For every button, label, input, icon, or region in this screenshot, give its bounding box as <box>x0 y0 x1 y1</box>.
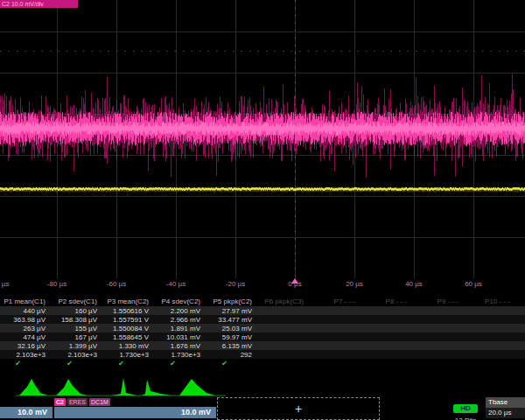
c2-coupling-badge: DC1M <box>89 398 110 406</box>
hd-mode-indicator[interactable]: HD 12 Bits <box>448 398 483 420</box>
measure-value-cell: 292 <box>206 351 258 359</box>
measure-column-header[interactable]: P7 - - - <box>310 298 361 305</box>
measure-value-cell: 440 µV <box>0 307 52 315</box>
measure-value-cell: 1.730e+3 <box>103 351 155 359</box>
measure-value-cell: 1.730e+3 <box>155 351 206 359</box>
channel-c1-descriptor[interactable]: C1 ERES DC1M 10.0 mV <box>0 396 52 419</box>
timebase-value: 20.0 µs <box>486 408 525 418</box>
measure-value-cell: 167 µV <box>52 333 103 341</box>
measure-value-cell: 263 µV <box>0 325 52 332</box>
measure-value-cell: 160 µV <box>52 307 103 315</box>
descriptor-bar: C1 ERES DC1M 10.0 mV C2 ERES DC1M 10.0 m… <box>0 396 525 420</box>
x-tick-label: -80 µs <box>47 280 66 288</box>
measure-value-cell: 32.16 µV <box>0 342 52 350</box>
P2-histogram[interactable] <box>56 379 88 396</box>
measure-value-cell: 1.330 mV <box>103 342 155 350</box>
measure-column-header[interactable]: P1 mean(C1) <box>0 298 52 305</box>
measure-value-cell: 158.308 µV <box>52 316 103 324</box>
measure-column-header[interactable]: P10 - - - <box>465 298 516 305</box>
measurement-table: P1 mean(C1)P2 sdev(C1)P3 mean(C2)P4 sdev… <box>0 297 525 368</box>
measure-value-cell: 1.399 µV <box>52 342 103 350</box>
measure-value-cell: 27.97 mV <box>206 307 258 315</box>
measure-value-cell: 1.558645 V <box>103 333 155 341</box>
timebase-title: Tbase <box>486 397 525 408</box>
timebase-descriptor[interactable]: Tbase 20.0 µs <box>486 397 525 419</box>
x-tick-label: -60 µs <box>107 280 126 288</box>
waveform-grid[interactable] <box>0 0 525 278</box>
x-tick-label: 40 µs <box>405 280 423 288</box>
measure-column-header[interactable]: P4 sdev(C2) <box>155 298 206 305</box>
hd-bits-label: 12 Bits <box>448 416 483 420</box>
trigger-position-marker[interactable] <box>291 278 298 284</box>
measure-value-cell: 2.200 mV <box>155 307 206 315</box>
plus-icon: + <box>295 402 302 416</box>
measure-column-header[interactable]: P3 mean(C2) <box>103 298 155 305</box>
measure-column-header[interactable]: P2 sdev(C1) <box>52 298 103 305</box>
channel-c2-descriptor[interactable]: C2 ERES DC1M 10.0 mV <box>54 396 216 419</box>
measure-value-cell: 1.550084 V <box>103 325 155 332</box>
x-tick-label: 20 µs <box>346 280 363 288</box>
measure-column-header[interactable]: P9 - - - <box>413 298 465 305</box>
measure-value-cell: 1.550616 V <box>103 307 155 315</box>
measure-status-check: ✔ <box>52 360 103 368</box>
measure-column-header[interactable]: P8 - - - <box>361 298 413 305</box>
measure-status-check: ✔ <box>206 360 258 368</box>
x-tick-label: -100 µs <box>0 280 9 288</box>
hd-badge: HD <box>453 404 478 413</box>
measurement-histicons[interactable] <box>0 376 262 397</box>
measure-value-cell: 2.966 mV <box>155 316 206 324</box>
P1-histogram[interactable] <box>19 379 47 396</box>
measure-status-check: ✔ <box>103 360 155 368</box>
measure-value-cell: 363.98 µV <box>0 316 52 324</box>
c2-vertical-scale: 10.0 mV <box>54 407 216 418</box>
measure-status-check: ✔ <box>155 360 206 368</box>
measure-column-header[interactable]: P5 pkpk(C2) <box>206 298 258 305</box>
add-trace-button[interactable]: + <box>217 397 380 420</box>
measure-status-check: ✔ <box>0 360 52 368</box>
measure-value-cell: 1.676 mV <box>155 342 206 350</box>
c2-label-badge: C2 <box>54 398 66 406</box>
measure-value-cell: 2.103e+3 <box>52 351 103 359</box>
P3-histogram[interactable] <box>112 378 136 396</box>
measure-value-cell: 474 µV <box>0 333 52 341</box>
measure-value-cell: 59.97 mV <box>206 333 258 341</box>
selected-trace-badge: C2 10.0 mV/div <box>0 0 78 8</box>
c1-vertical-scale: 10.0 mV <box>0 407 52 418</box>
x-tick-label: -40 µs <box>166 280 186 288</box>
measure-value-cell: 25.03 mV <box>206 325 258 332</box>
x-tick-label: 60 µs <box>465 280 482 288</box>
time-axis: -100 µs-80 µs-60 µs-40 µs-20 µs0 µs20 µs… <box>0 278 525 290</box>
c2-eres-badge: ERES <box>67 398 88 406</box>
measure-value-cell: 155 µV <box>52 325 103 332</box>
measure-value-cell: 6.135 mV <box>206 342 258 350</box>
measure-column-header[interactable]: P6 pkpk(C3) <box>258 298 310 305</box>
measure-value-cell: 10.031 mV <box>155 333 206 341</box>
x-tick-label: -20 µs <box>226 280 245 288</box>
measure-value-cell: 1.891 mV <box>155 325 206 332</box>
P5-histogram[interactable] <box>179 379 215 396</box>
measure-value-cell: 1.557591 V <box>103 316 155 324</box>
P4-histogram[interactable] <box>142 380 172 396</box>
measure-value-cell: 2.103e+3 <box>0 351 52 359</box>
measure-value-cell: 33.477 mV <box>206 316 258 324</box>
oscilloscope-screen: C2 10.0 mV/div -100 µs-80 µs-60 µs-40 µs… <box>0 0 525 420</box>
